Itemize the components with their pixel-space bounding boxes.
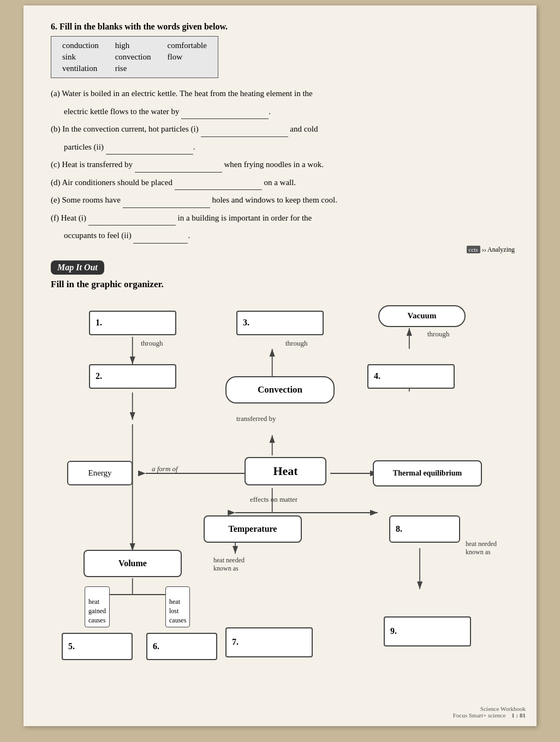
box-2[interactable]: 2. (89, 364, 176, 389)
heat-needed-2-label: heat needed known as (466, 532, 497, 556)
text-d2: on a wall. (264, 178, 296, 187)
box6-label: 6. (153, 642, 159, 651)
analyzing-text: ›› (482, 246, 487, 253)
word-rise: rise (115, 64, 151, 73)
heat-needed-1-label: heat needed known as (213, 548, 245, 573)
map-it-out-badge: Map It Out (51, 260, 104, 275)
text-a2: electric kettle flows to the water by (64, 107, 180, 116)
graphic-organizer-title: Fill in the graphic organizer. (51, 279, 515, 290)
ccts-badge: ccts (467, 246, 480, 253)
text-a1: Water is boiled in an electric kettle. T… (62, 89, 313, 98)
blank-d[interactable] (175, 180, 262, 190)
convection-box: Convection (225, 376, 335, 403)
word-bank: conduction high comfortable sink convect… (51, 36, 218, 78)
energy-box: Energy (67, 461, 133, 485)
box-3[interactable]: 3. (236, 311, 324, 335)
blank-f2[interactable] (133, 234, 188, 244)
label-f: (f) (51, 213, 59, 222)
blank-e[interactable] (123, 198, 210, 208)
box9-label: 9. (390, 626, 397, 636)
vacuum-label: Vacuum (408, 311, 437, 320)
box5-label: 5. (68, 642, 75, 651)
effects-label: effects on matter (250, 495, 297, 504)
box-8[interactable]: 8. (389, 515, 460, 543)
box-4[interactable]: 4. (367, 364, 455, 389)
text-f1: Heat (i) (61, 213, 86, 222)
blank-a[interactable] (181, 109, 269, 119)
question-d: (d) Air conditioners should be placed on… (51, 175, 515, 191)
page-number: 1 : 81 (511, 712, 526, 719)
text-f3: occupants to feel (ii) (64, 231, 132, 240)
heat-gained-causes: heat gained causes (85, 586, 110, 627)
through-label-1: through (141, 339, 163, 348)
fill-questions: (a) Water is boiled in an electric kettl… (51, 86, 515, 244)
word-sink: sink (62, 52, 99, 62)
box-5[interactable]: 5. (62, 633, 133, 660)
word-ventilation: ventilation (62, 64, 99, 73)
text-e2: holes and windows to keep them cool. (212, 195, 337, 204)
box4-label: 4. (374, 371, 380, 381)
question-b: (b) In the convection current, hot parti… (51, 121, 515, 137)
instruction-label: 6. (51, 22, 59, 31)
blank-b2[interactable] (106, 145, 193, 155)
transferred-by-label: transferred by (236, 414, 276, 423)
word-comfortable: comfortable (167, 41, 206, 50)
text-d1: Air conditioners should be placed (62, 178, 172, 187)
graphic-organizer: 1. 3. Vacuum through through through 2. … (51, 300, 515, 671)
box-7[interactable]: 7. (225, 627, 313, 657)
volume-box: Volume (84, 550, 182, 577)
question-b-2: particles (ii) . (64, 139, 515, 155)
blank-b1[interactable] (201, 127, 288, 137)
text-c2: when frying noodles in a wok. (224, 160, 323, 169)
text-e1: Some rooms have (62, 195, 120, 204)
temperature-box: Temperature (204, 515, 302, 543)
convection-label: Convection (258, 384, 302, 395)
blank-c[interactable] (135, 163, 222, 173)
word-high: high (115, 41, 151, 50)
label-d: (d) (51, 178, 61, 187)
section-number: 6. Fill in the blanks with the words giv… (51, 22, 515, 32)
energy-label: Energy (88, 468, 111, 478)
box2-label: 2. (96, 371, 102, 381)
thermal-label: Thermal equilibrium (393, 469, 462, 478)
label-b: (b) (51, 124, 61, 133)
heat-lost-causes: heat lost causes (165, 586, 190, 627)
through-label-2: through (285, 339, 307, 348)
label-e: (e) (51, 195, 60, 204)
question-f: (f) Heat (i) in a building is important … (51, 210, 515, 226)
box-6[interactable]: 6. (146, 633, 217, 660)
blank-f1[interactable] (88, 216, 176, 225)
footer: Science Workbook Focus Smart+ science 1 … (453, 705, 526, 719)
publisher: Focus Smart+ science (453, 712, 506, 719)
question-c: (c) Heat is transferred by when frying n… (51, 157, 515, 173)
label-c: (c) (51, 160, 60, 169)
heat-box: Heat (245, 457, 326, 485)
text-c1: Heat is transferred by (62, 160, 133, 169)
page: 6. Fill in the blanks with the words giv… (23, 5, 537, 726)
word-conduction: conduction (62, 41, 99, 50)
ccts-label: ccts ›› Analyzing (51, 246, 515, 254)
question-a-2: electric kettle flows to the water by . (64, 104, 515, 120)
thermal-box: Thermal equilibrium (373, 460, 482, 486)
box-9[interactable]: 9. (384, 616, 471, 646)
box8-label: 8. (396, 524, 402, 534)
text-f2: in a building is important in order for … (177, 213, 312, 222)
label-a: (a) (51, 89, 60, 98)
a-form-of-label: a form of (152, 465, 178, 473)
word-convection: convection (115, 52, 151, 62)
vacuum-box: Vacuum (378, 305, 466, 327)
through-label-3: through (427, 330, 449, 339)
text-b3: particles (ii) (64, 143, 104, 151)
box3-label: 3. (243, 318, 249, 328)
text-b2: and cold (290, 124, 318, 133)
analyzing-label: Analyzing (487, 246, 515, 253)
word-flow: flow (167, 52, 206, 62)
question-f-2: occupants to feel (ii) . (64, 228, 515, 244)
question-e: (e) Some rooms have holes and windows to… (51, 192, 515, 208)
text-b1: In the convection current, hot particles… (62, 124, 199, 133)
box-1[interactable]: 1. (89, 311, 176, 335)
box7-label: 7. (232, 637, 239, 647)
volume-label: Volume (118, 559, 147, 568)
book-name: Science Workbook (480, 705, 526, 712)
temperature-label: Temperature (229, 524, 277, 534)
